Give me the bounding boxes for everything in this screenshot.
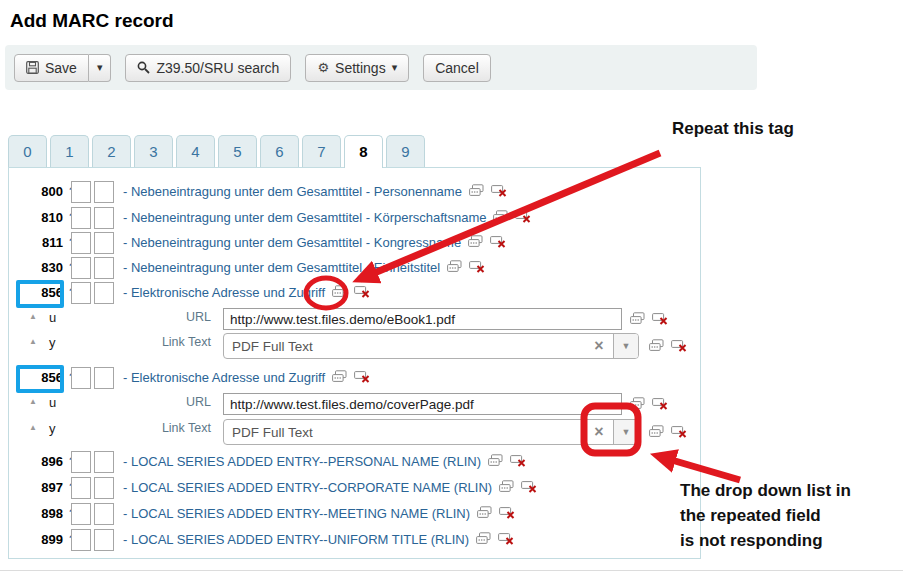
clone-field-icon[interactable] [488,454,503,467]
delete-field-icon[interactable] [354,370,370,383]
delete-field-icon[interactable] [491,184,507,197]
tab-4[interactable]: 4 [176,135,215,167]
clone-field-icon[interactable] [332,370,347,383]
subfield-label[interactable]: Link Text [59,335,211,349]
field-name-link[interactable]: - Elektronische Adresse und Zugriff [123,370,370,385]
cancel-button[interactable]: Cancel [423,54,491,82]
indicator2-input[interactable] [94,451,114,473]
subfield-code: y [49,335,56,350]
indicator1-input[interactable] [71,503,91,525]
indicator1-input[interactable] [71,367,91,389]
combobox-clear-button[interactable]: × [585,420,613,444]
clone-field-icon[interactable] [476,532,491,545]
delete-field-icon[interactable] [521,480,537,493]
field-name-link[interactable]: - Nebeneintragung unter dem Gesamttitel … [123,210,531,225]
indicator1-input[interactable] [71,257,91,279]
subfield-url-input[interactable] [223,393,622,415]
delete-subfield-icon[interactable] [671,339,687,352]
tab-3[interactable]: 3 [134,135,173,167]
indicator2-input[interactable] [94,503,114,525]
field-name-link[interactable]: - LOCAL SERIES ADDED ENTRY--MEETING NAME… [123,506,515,521]
indicator2-input[interactable] [94,232,114,254]
link-text-combobox[interactable]: PDF Full Text × ▼ [223,333,639,359]
tag-number: 811 [23,235,63,250]
annotation-line: The drop down list in [680,478,851,503]
delete-field-icon[interactable] [490,235,506,248]
save-button[interactable]: Save [14,54,89,82]
delete-subfield-icon[interactable] [652,312,668,325]
clone-field-icon[interactable] [493,210,508,223]
clone-field-icon[interactable] [477,506,492,519]
delete-field-icon[interactable] [354,285,370,298]
field-name-link[interactable]: - Elektronische Adresse und Zugriff [123,285,370,300]
tab-7[interactable]: 7 [302,135,341,167]
tab-2[interactable]: 2 [92,135,131,167]
clone-subfield-icon[interactable] [630,397,645,410]
tag-number: 856 [23,370,63,385]
combobox-clear-button[interactable]: × [585,334,613,358]
field-name-label: - Nebeneintragung unter dem Gesamttitel … [123,260,440,275]
sort-handle-icon[interactable]: ▲ [29,337,37,346]
clone-subfield-icon[interactable] [649,339,664,352]
delete-field-icon[interactable] [499,506,515,519]
clone-field-icon[interactable] [468,235,483,248]
settings-button[interactable]: ⚙ Settings ▾ [305,54,409,82]
clone-subfield-icon[interactable] [630,312,645,325]
field-name-link[interactable]: - Nebeneintragung unter dem Gesamttitel … [123,260,485,275]
delete-field-icon[interactable] [469,260,485,273]
delete-field-icon[interactable] [498,532,514,545]
clone-field-icon[interactable] [447,260,462,273]
combobox-dropdown-button[interactable]: ▼ [613,334,638,358]
subfield-label[interactable]: Link Text [59,421,211,435]
indicator1-input[interactable] [71,529,91,551]
indicator1-input[interactable] [71,451,91,473]
indicator1-input[interactable] [71,207,91,229]
indicator1-input[interactable] [71,282,91,304]
delete-field-icon[interactable] [510,454,526,467]
indicator2-input[interactable] [94,181,114,203]
delete-subfield-icon[interactable] [671,425,687,438]
tab-8-active[interactable]: 8 [344,135,383,168]
field-name-link[interactable]: - Nebeneintragung unter dem Gesamttitel … [123,235,506,250]
subfield-row: ▲ y Link Text PDF Full Text × ▼ [9,419,700,445]
field-name-link[interactable]: - Nebeneintragung unter dem Gesamttitel … [123,184,507,199]
clone-field-icon[interactable] [332,285,347,298]
save-options-caret-button[interactable]: ▾ [89,54,112,82]
clone-field-icon[interactable] [499,480,514,493]
subfield-url-input[interactable] [223,308,622,330]
subfield-label[interactable]: URL [59,310,211,324]
indicator2-input[interactable] [94,282,114,304]
subfield-label[interactable]: URL [59,395,211,409]
field-name-link[interactable]: - LOCAL SERIES ADDED ENTRY--UNIFORM TITL… [123,532,514,547]
z3950-search-button[interactable]: Z39.50/SRU search [125,54,291,82]
sort-handle-icon[interactable]: ▲ [29,312,37,321]
delete-field-icon[interactable] [515,210,531,223]
tab-6[interactable]: 6 [260,135,299,167]
tag-number: 856 [23,285,63,300]
indicator2-input[interactable] [94,367,114,389]
indicator1-input[interactable] [71,232,91,254]
field-name-link[interactable]: - LOCAL SERIES ADDED ENTRY--CORPORATE NA… [123,480,537,495]
field-name-label: - LOCAL SERIES ADDED ENTRY--MEETING NAME… [123,506,470,521]
indicator2-input[interactable] [94,257,114,279]
sort-handle-icon[interactable]: ▲ [29,397,37,406]
sort-handle-icon[interactable]: ▲ [29,423,37,432]
clone-subfield-icon[interactable] [649,425,664,438]
indicator2-input[interactable] [94,477,114,499]
marc-field-row: 830 ? - Nebeneintragung unter dem Gesamt… [9,257,700,282]
link-text-combobox-repeated[interactable]: PDF Full Text × ▼ [223,419,639,445]
indicator1-input[interactable] [71,477,91,499]
tab-1[interactable]: 1 [50,135,89,167]
indicator2-input[interactable] [94,207,114,229]
delete-subfield-icon[interactable] [652,397,668,410]
annotation-dropdown-note: The drop down list in the repeated field… [680,478,851,553]
tab-9[interactable]: 9 [386,135,425,167]
indicator2-input[interactable] [94,529,114,551]
marc-field-row-856-1: 856 ? - Elektronische Adresse und Zugrif… [9,282,700,307]
combobox-dropdown-button[interactable]: ▼ [613,420,638,444]
tab-5[interactable]: 5 [218,135,257,167]
field-name-link[interactable]: - LOCAL SERIES ADDED ENTRY--PERSONAL NAM… [123,454,526,469]
tab-0[interactable]: 0 [8,135,47,167]
indicator1-input[interactable] [71,181,91,203]
clone-field-icon[interactable] [469,184,484,197]
